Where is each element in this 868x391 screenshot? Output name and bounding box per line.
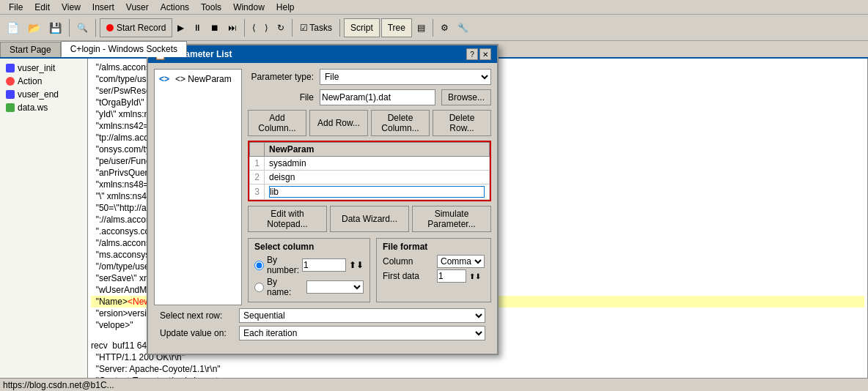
column-format-select[interactable]: Comma Tab Space xyxy=(437,255,485,268)
dialog-inner: <> <> NewParam Parameter type: File xyxy=(154,69,491,305)
select-next-row-label: Select next row: xyxy=(160,310,233,321)
by-number-radio[interactable] xyxy=(254,261,264,270)
row-value-1[interactable]: sysadmin xyxy=(264,157,489,171)
param-type-label: Parameter type: xyxy=(248,72,314,82)
row-edit-input[interactable] xyxy=(269,186,485,198)
row-num-2: 2 xyxy=(249,171,264,185)
menu-vuser[interactable]: Vuser xyxy=(120,1,155,14)
sidebar-item-vuser-init[interactable]: vuser_init xyxy=(3,62,84,75)
bottom-action-buttons: Edit with Notepad... Data Wizard... Simu… xyxy=(248,206,491,232)
start-record-button[interactable]: Start Record xyxy=(100,18,172,37)
param-type-row: Parameter type: File Table Random Number xyxy=(248,69,491,85)
script-button[interactable]: Script xyxy=(344,18,380,37)
split-button[interactable]: ▤ xyxy=(413,18,429,38)
by-name-row: By name: xyxy=(254,277,364,297)
dialog-titlebar: 📋 Parameter List ? ✕ xyxy=(148,45,497,63)
update-value-select[interactable]: Each iteration Each occurrence Once xyxy=(239,326,485,340)
tasks-button[interactable]: ☑ Tasks xyxy=(296,18,336,38)
separator-4 xyxy=(292,19,293,37)
param-tree-item[interactable]: <> <> NewParam xyxy=(158,72,238,86)
open-button[interactable]: 📂 xyxy=(24,18,44,38)
menu-view[interactable]: View xyxy=(56,1,87,14)
save-icon: 💾 xyxy=(49,22,62,34)
menu-insert[interactable]: Insert xyxy=(87,1,120,14)
row-value-2[interactable]: deisgn xyxy=(264,171,489,185)
by-name-label: By name: xyxy=(267,277,304,297)
dialog-bottom: Select next row: Sequential Random Uniqu… xyxy=(154,305,491,348)
menu-help[interactable]: Help xyxy=(271,1,301,14)
back-button[interactable]: ⟨ xyxy=(249,18,260,38)
delete-column-button[interactable]: Delete Column... xyxy=(371,110,430,136)
param-tree-label: <> NewParam xyxy=(175,74,232,84)
data-wizard-button[interactable]: Data Wizard... xyxy=(330,206,409,232)
toolbar: 📄 📂 💾 🔍 Start Record ▶ ⏸ ⏹ ⏭ ⟨ ⟩ ↻ ☑ Tas… xyxy=(0,15,868,41)
play-button[interactable]: ▶ xyxy=(174,18,188,38)
add-column-button[interactable]: Add Column... xyxy=(248,110,306,136)
forward-button[interactable]: ⟩ xyxy=(261,18,272,38)
by-number-label: By number: xyxy=(267,255,299,275)
tab-start-page[interactable]: Start Page xyxy=(0,42,61,57)
table-row[interactable]: 3 xyxy=(249,185,489,200)
refresh-button[interactable]: ↻ xyxy=(273,18,288,38)
file-input[interactable] xyxy=(320,89,435,105)
select-next-row-row: Select next row: Sequential Random Uniqu… xyxy=(160,308,485,323)
column-format-label: Column xyxy=(383,256,434,267)
add-row-button[interactable]: Add Row... xyxy=(309,110,368,136)
browse-button[interactable]: Browse... xyxy=(441,89,491,105)
stop-button[interactable]: ⏹ xyxy=(207,18,223,38)
record-dot-icon xyxy=(106,24,114,31)
vuser-icon xyxy=(6,64,15,72)
delete-row-button[interactable]: Delete Row... xyxy=(433,110,491,136)
simulate-button[interactable]: Simulate Parameter... xyxy=(412,206,491,232)
by-name-radio[interactable] xyxy=(254,283,264,292)
status-suffix: @b1C... xyxy=(81,380,114,390)
table-row[interactable]: 2 deisgn xyxy=(249,171,489,185)
settings-button[interactable]: ⚙ xyxy=(437,18,452,38)
save-button[interactable]: 💾 xyxy=(45,18,65,38)
new-button[interactable]: 📄 xyxy=(3,18,23,38)
sidebar-label-data-ws: data.ws xyxy=(18,103,48,113)
select-next-row-select[interactable]: Sequential Random Unique xyxy=(239,308,485,323)
tab-active[interactable]: C+login - Windows Sockets xyxy=(61,41,187,57)
sidebar-item-vuser-end[interactable]: vuser_end xyxy=(3,88,84,101)
parameter-list-dialog: 📋 Parameter List ? ✕ <> <> xyxy=(147,44,499,355)
menu-edit[interactable]: Edit xyxy=(29,1,56,14)
by-name-select[interactable] xyxy=(306,280,364,294)
sidebar-label-action: Action xyxy=(18,76,42,86)
menu-tools[interactable]: Tools xyxy=(195,1,227,14)
sidebar-item-data-ws[interactable]: data.ws xyxy=(3,101,84,114)
dialog-help-button[interactable]: ? xyxy=(466,48,478,60)
tree-button[interactable]: Tree xyxy=(381,18,412,37)
table-header-num xyxy=(249,143,264,157)
dialog-close-button[interactable]: ✕ xyxy=(479,48,491,60)
first-data-input[interactable] xyxy=(437,269,466,283)
first-data-row: First data ⬆⬇ xyxy=(383,269,485,283)
table-row[interactable]: 1 sysadmin xyxy=(249,157,489,171)
open-icon: 📂 xyxy=(28,22,40,34)
row-num-1: 1 xyxy=(249,157,264,171)
search-icon: 🔍 xyxy=(77,23,88,33)
first-data-spinner[interactable]: ⬆⬇ xyxy=(469,272,481,280)
status-url: https://blog.csdn.net xyxy=(3,380,81,390)
menu-window[interactable]: Window xyxy=(227,1,271,14)
select-column-group: Select column By number: ⬆⬇ xyxy=(248,238,370,302)
start-record-label: Start Record xyxy=(117,23,166,33)
search-button[interactable]: 🔍 xyxy=(73,18,92,38)
step-button[interactable]: ⏭ xyxy=(224,18,240,38)
status-bar: https://blog.csdn.net @b1C... xyxy=(0,378,868,391)
sidebar-item-action[interactable]: Action xyxy=(3,75,84,88)
by-number-spinner[interactable]: ⬆⬇ xyxy=(349,260,364,270)
edit-notepad-button[interactable]: Edit with Notepad... xyxy=(248,206,327,232)
extra-button[interactable]: 🔧 xyxy=(454,18,472,38)
param-type-select[interactable]: File Table Random Number xyxy=(320,69,491,85)
diamond-icon: <> xyxy=(159,74,169,84)
menu-file[interactable]: File xyxy=(3,1,29,14)
menu-actions[interactable]: Actions xyxy=(155,1,195,14)
param-right: Parameter type: File Table Random Number… xyxy=(248,69,491,305)
main-layout: vuser_init Action vuser_end data.ws "/al… xyxy=(0,59,868,391)
action-buttons-row: Add Column... Add Row... Delete Column..… xyxy=(248,110,491,136)
row-value-3[interactable] xyxy=(264,185,489,200)
pause-button[interactable]: ⏸ xyxy=(189,18,205,38)
by-number-input[interactable] xyxy=(302,258,346,272)
file-format-title: File format xyxy=(383,242,485,252)
